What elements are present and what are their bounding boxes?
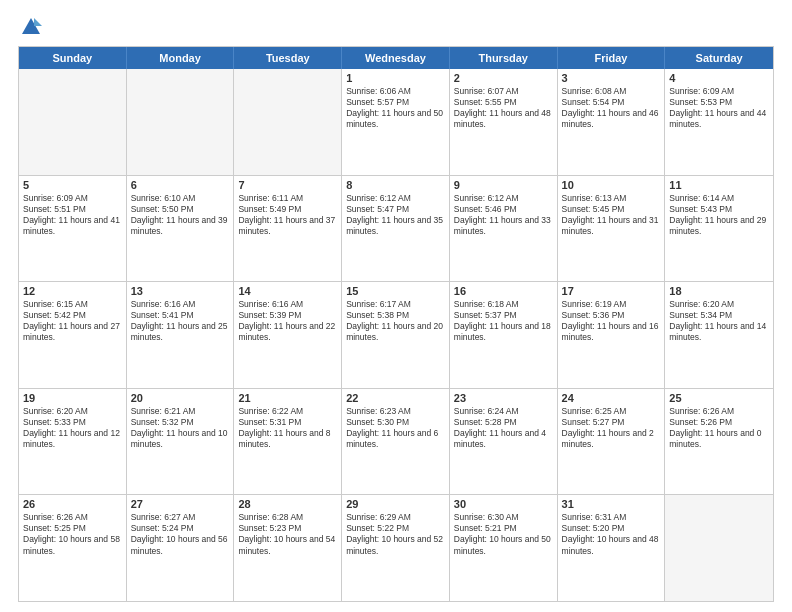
day-info: Sunrise: 6:16 AMSunset: 5:41 PMDaylight:… (131, 299, 230, 343)
day-number: 21 (238, 392, 337, 404)
day-header-saturday: Saturday (665, 47, 773, 69)
day-number: 9 (454, 179, 553, 191)
day-info: Sunrise: 6:10 AMSunset: 5:50 PMDaylight:… (131, 193, 230, 237)
week-row-1: 1Sunrise: 6:06 AMSunset: 5:57 PMDaylight… (19, 69, 773, 175)
logo (18, 16, 42, 38)
day-info: Sunrise: 6:12 AMSunset: 5:47 PMDaylight:… (346, 193, 445, 237)
day-cell: 19Sunrise: 6:20 AMSunset: 5:33 PMDayligh… (19, 389, 127, 495)
day-cell: 6Sunrise: 6:10 AMSunset: 5:50 PMDaylight… (127, 176, 235, 282)
day-info: Sunrise: 6:26 AMSunset: 5:26 PMDaylight:… (669, 406, 769, 450)
day-cell: 3Sunrise: 6:08 AMSunset: 5:54 PMDaylight… (558, 69, 666, 175)
day-cell (19, 69, 127, 175)
day-info: Sunrise: 6:08 AMSunset: 5:54 PMDaylight:… (562, 86, 661, 130)
day-number: 27 (131, 498, 230, 510)
day-info: Sunrise: 6:06 AMSunset: 5:57 PMDaylight:… (346, 86, 445, 130)
day-cell: 5Sunrise: 6:09 AMSunset: 5:51 PMDaylight… (19, 176, 127, 282)
day-info: Sunrise: 6:20 AMSunset: 5:33 PMDaylight:… (23, 406, 122, 450)
day-header-friday: Friday (558, 47, 666, 69)
day-number: 7 (238, 179, 337, 191)
day-cell (665, 495, 773, 601)
svg-marker-1 (34, 18, 42, 26)
day-number: 20 (131, 392, 230, 404)
day-info: Sunrise: 6:07 AMSunset: 5:55 PMDaylight:… (454, 86, 553, 130)
day-info: Sunrise: 6:20 AMSunset: 5:34 PMDaylight:… (669, 299, 769, 343)
day-number: 30 (454, 498, 553, 510)
day-cell: 10Sunrise: 6:13 AMSunset: 5:45 PMDayligh… (558, 176, 666, 282)
week-row-4: 19Sunrise: 6:20 AMSunset: 5:33 PMDayligh… (19, 388, 773, 495)
day-info: Sunrise: 6:19 AMSunset: 5:36 PMDaylight:… (562, 299, 661, 343)
day-cell: 8Sunrise: 6:12 AMSunset: 5:47 PMDaylight… (342, 176, 450, 282)
header (18, 16, 774, 38)
day-info: Sunrise: 6:09 AMSunset: 5:51 PMDaylight:… (23, 193, 122, 237)
day-number: 13 (131, 285, 230, 297)
day-number: 22 (346, 392, 445, 404)
day-number: 29 (346, 498, 445, 510)
day-info: Sunrise: 6:24 AMSunset: 5:28 PMDaylight:… (454, 406, 553, 450)
day-info: Sunrise: 6:31 AMSunset: 5:20 PMDaylight:… (562, 512, 661, 556)
day-number: 2 (454, 72, 553, 84)
day-info: Sunrise: 6:17 AMSunset: 5:38 PMDaylight:… (346, 299, 445, 343)
day-cell: 24Sunrise: 6:25 AMSunset: 5:27 PMDayligh… (558, 389, 666, 495)
day-info: Sunrise: 6:14 AMSunset: 5:43 PMDaylight:… (669, 193, 769, 237)
day-info: Sunrise: 6:27 AMSunset: 5:24 PMDaylight:… (131, 512, 230, 556)
day-number: 28 (238, 498, 337, 510)
day-cell: 13Sunrise: 6:16 AMSunset: 5:41 PMDayligh… (127, 282, 235, 388)
logo-icon (20, 16, 42, 38)
day-header-thursday: Thursday (450, 47, 558, 69)
day-info: Sunrise: 6:23 AMSunset: 5:30 PMDaylight:… (346, 406, 445, 450)
day-info: Sunrise: 6:21 AMSunset: 5:32 PMDaylight:… (131, 406, 230, 450)
day-cell: 28Sunrise: 6:28 AMSunset: 5:23 PMDayligh… (234, 495, 342, 601)
day-info: Sunrise: 6:28 AMSunset: 5:23 PMDaylight:… (238, 512, 337, 556)
day-info: Sunrise: 6:22 AMSunset: 5:31 PMDaylight:… (238, 406, 337, 450)
day-cell: 20Sunrise: 6:21 AMSunset: 5:32 PMDayligh… (127, 389, 235, 495)
day-header-wednesday: Wednesday (342, 47, 450, 69)
day-number: 11 (669, 179, 769, 191)
day-number: 10 (562, 179, 661, 191)
day-info: Sunrise: 6:29 AMSunset: 5:22 PMDaylight:… (346, 512, 445, 556)
day-number: 24 (562, 392, 661, 404)
day-cell: 1Sunrise: 6:06 AMSunset: 5:57 PMDaylight… (342, 69, 450, 175)
day-info: Sunrise: 6:13 AMSunset: 5:45 PMDaylight:… (562, 193, 661, 237)
day-cell: 17Sunrise: 6:19 AMSunset: 5:36 PMDayligh… (558, 282, 666, 388)
weeks-container: 1Sunrise: 6:06 AMSunset: 5:57 PMDaylight… (19, 69, 773, 601)
day-number: 25 (669, 392, 769, 404)
day-number: 5 (23, 179, 122, 191)
day-cell: 30Sunrise: 6:30 AMSunset: 5:21 PMDayligh… (450, 495, 558, 601)
day-info: Sunrise: 6:15 AMSunset: 5:42 PMDaylight:… (23, 299, 122, 343)
day-cell: 4Sunrise: 6:09 AMSunset: 5:53 PMDaylight… (665, 69, 773, 175)
day-number: 23 (454, 392, 553, 404)
day-info: Sunrise: 6:30 AMSunset: 5:21 PMDaylight:… (454, 512, 553, 556)
day-cell: 16Sunrise: 6:18 AMSunset: 5:37 PMDayligh… (450, 282, 558, 388)
day-cell: 27Sunrise: 6:27 AMSunset: 5:24 PMDayligh… (127, 495, 235, 601)
day-cell: 29Sunrise: 6:29 AMSunset: 5:22 PMDayligh… (342, 495, 450, 601)
day-header-monday: Monday (127, 47, 235, 69)
day-cell: 22Sunrise: 6:23 AMSunset: 5:30 PMDayligh… (342, 389, 450, 495)
day-info: Sunrise: 6:12 AMSunset: 5:46 PMDaylight:… (454, 193, 553, 237)
day-number: 1 (346, 72, 445, 84)
day-cell: 26Sunrise: 6:26 AMSunset: 5:25 PMDayligh… (19, 495, 127, 601)
day-cell: 23Sunrise: 6:24 AMSunset: 5:28 PMDayligh… (450, 389, 558, 495)
day-cell: 31Sunrise: 6:31 AMSunset: 5:20 PMDayligh… (558, 495, 666, 601)
day-cell: 9Sunrise: 6:12 AMSunset: 5:46 PMDaylight… (450, 176, 558, 282)
day-cell: 14Sunrise: 6:16 AMSunset: 5:39 PMDayligh… (234, 282, 342, 388)
day-number: 26 (23, 498, 122, 510)
week-row-2: 5Sunrise: 6:09 AMSunset: 5:51 PMDaylight… (19, 175, 773, 282)
day-cell: 2Sunrise: 6:07 AMSunset: 5:55 PMDaylight… (450, 69, 558, 175)
day-info: Sunrise: 6:09 AMSunset: 5:53 PMDaylight:… (669, 86, 769, 130)
day-number: 18 (669, 285, 769, 297)
day-number: 31 (562, 498, 661, 510)
week-row-3: 12Sunrise: 6:15 AMSunset: 5:42 PMDayligh… (19, 281, 773, 388)
day-number: 15 (346, 285, 445, 297)
day-cell: 21Sunrise: 6:22 AMSunset: 5:31 PMDayligh… (234, 389, 342, 495)
day-headers-row: SundayMondayTuesdayWednesdayThursdayFrid… (19, 47, 773, 69)
calendar: SundayMondayTuesdayWednesdayThursdayFrid… (18, 46, 774, 602)
day-header-tuesday: Tuesday (234, 47, 342, 69)
day-number: 12 (23, 285, 122, 297)
day-info: Sunrise: 6:11 AMSunset: 5:49 PMDaylight:… (238, 193, 337, 237)
day-cell: 15Sunrise: 6:17 AMSunset: 5:38 PMDayligh… (342, 282, 450, 388)
day-number: 8 (346, 179, 445, 191)
day-cell: 7Sunrise: 6:11 AMSunset: 5:49 PMDaylight… (234, 176, 342, 282)
day-cell (234, 69, 342, 175)
day-cell: 25Sunrise: 6:26 AMSunset: 5:26 PMDayligh… (665, 389, 773, 495)
day-number: 16 (454, 285, 553, 297)
